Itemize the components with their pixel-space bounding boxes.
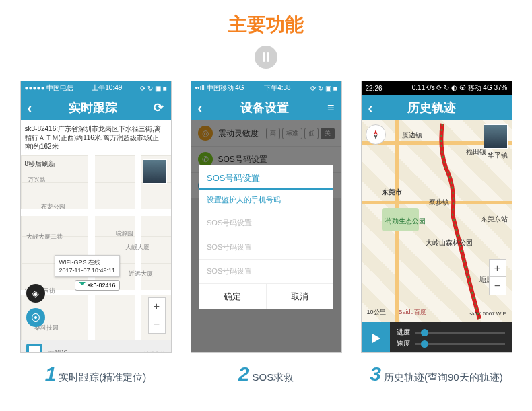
caption-text: 历史轨迹(查询90天的轨迹) [384, 371, 503, 384]
caption-text: 实时跟踪(精准定位) [59, 371, 146, 384]
city-label: 华平镇 [488, 151, 508, 160]
modal-overlay: SOS号码设置 设置监护人的手机号码 SOS号码设置 SOS号码设置 SOS号码… [191, 120, 341, 353]
caption-1: 1 实时跟踪(精准定位) [20, 363, 172, 385]
back-icon[interactable]: ‹ [368, 100, 373, 116]
city-label: 大岭山森林公园 [426, 238, 473, 248]
sos-input-3[interactable]: SOS号码设置 [199, 260, 333, 284]
app-title: 实时跟踪 [69, 100, 117, 116]
map-label: 万兴路 [28, 176, 46, 184]
zoom-out-button[interactable]: − [149, 315, 165, 333]
bottom-bar: 在附近 法律条款 [21, 340, 171, 353]
dialog-subtitle: 设置监护人的手机号码 [199, 190, 333, 211]
phone-3: 22:26 0.11K/s ⟳ ↻ ◐ ⦿ 移动 4G 37% ‹ 历史轨迹 东… [361, 81, 512, 385]
status-icons: ⟳ ↻ ▣ ■ [310, 85, 337, 92]
device-label: sk3-15067 WIF [469, 311, 506, 317]
refresh-text: 8秒后刷新 [25, 159, 56, 169]
address-bar: sk3-82416:广东省深圳市龙岗区下水径三街,离招行ＡＴＭ(正西)约116米… [21, 120, 171, 155]
app-bar: ‹ 历史轨迹 [362, 95, 512, 120]
compass-icon[interactable] [366, 124, 386, 145]
device-pin[interactable]: sk3-82416 [75, 280, 120, 291]
pin-icon [79, 282, 86, 289]
locate-button[interactable]: ⦿ [26, 308, 45, 327]
map-label: 布龙公园 [41, 202, 65, 211]
speed-slider[interactable] [415, 343, 505, 345]
status-bar: 22:26 0.11K/s ⟳ ↻ ◐ ⦿ 移动 4G 37% [362, 81, 512, 95]
phone-1: ●●●●● 中国电信 上午10:49 ⟳ ↻ ▣ ■ ‹ 实时跟踪 ⟳ sk3-… [20, 81, 172, 385]
phone-2: ••ıll 中国移动 4G 下午4:38 ⟳ ↻ ▣ ■ ‹ 设备设置 ≡ ◎ … [191, 81, 342, 385]
status-bar: ●●●●● 中国电信 上午10:49 ⟳ ↻ ▣ ■ [21, 81, 171, 95]
caption-number: 3 [370, 363, 381, 385]
baidu-logo: Baidu百度 [399, 308, 426, 317]
app-bar: ‹ 设备设置 ≡ [191, 95, 341, 120]
city-label: 东莞市 [382, 188, 402, 197]
dialog-title: SOS号码设置 [199, 165, 333, 190]
progress-slider[interactable] [415, 332, 505, 334]
status-right: 0.11K/s ⟳ ↻ ◐ ⦿ 移动 4G 37% [412, 83, 508, 93]
sos-input-2[interactable]: SOS号码设置 [199, 235, 333, 260]
status-time: 22:26 [366, 85, 383, 92]
divider-icon [255, 46, 277, 69]
city-label: 厦边镇 [402, 130, 422, 140]
playback-bar: 进度 速度 [362, 322, 512, 353]
satellite-thumbnail[interactable] [484, 124, 508, 149]
map-label: 近远大厦 [129, 270, 153, 278]
map-label: 瑞源园 [115, 229, 133, 238]
caption-text: SOS求救 [253, 371, 294, 384]
sos-dialog: SOS号码设置 设置监护人的手机号码 SOS号码设置 SOS号码设置 SOS号码… [199, 165, 333, 309]
caption-number: 1 [45, 363, 57, 385]
location-text: 在附近 [48, 349, 68, 353]
speed-label: 速度 [397, 339, 410, 348]
ok-button[interactable]: 确定 [199, 284, 267, 309]
park-label: 苟劲生态公园 [385, 217, 426, 226]
refresh-icon[interactable]: ⟳ [154, 100, 164, 115]
app-bar: ‹ 实时跟踪 ⟳ [21, 95, 171, 120]
zoom-control: + − [148, 297, 166, 334]
city-label: 福田镇 [466, 147, 486, 157]
phones-row: ●●●●● 中国电信 上午10:49 ⟳ ↻ ▣ ■ ‹ 实时跟踪 ⟳ sk3-… [0, 81, 532, 385]
caption-number: 2 [238, 363, 250, 385]
status-bar: ••ıll 中国移动 4G 下午4:38 ⟳ ↻ ▣ ■ [191, 81, 341, 95]
menu-icon[interactable]: ≡ [327, 101, 335, 115]
cancel-button[interactable]: 取消 [267, 284, 334, 309]
scale-label: 10公里 [367, 308, 386, 317]
map-label: 大靓大厦二巷 [26, 233, 63, 241]
zoom-out-button[interactable]: − [490, 277, 506, 295]
satellite-thumbnail[interactable] [143, 159, 167, 184]
settings-body: ◎ 震动灵敏度 高 标准 低 关 ✆ SOS号码设置 ☎ 中心号码设置 SOS号… [191, 120, 341, 353]
zoom-control: + − [489, 259, 506, 295]
city-label: 寮步镇 [429, 198, 449, 207]
back-icon[interactable]: ‹ [198, 100, 203, 116]
zoom-in-button[interactable]: + [149, 298, 165, 315]
device-icon[interactable] [26, 344, 42, 353]
caption-3: 3 历史轨迹(查询90天的轨迹) [361, 363, 512, 385]
caption-2: 2 SOS求救 [191, 363, 342, 385]
sos-input-1[interactable]: SOS号码设置 [199, 211, 333, 235]
map[interactable]: 万兴路 布龙公园 大靓大厦二巷 湖北宝玉街 桑科技园 近远大厦 大靓大厦 瑞源园… [21, 155, 171, 353]
status-time: 上午10:49 [92, 83, 122, 93]
status-icons: ⟳ ↻ ▣ ■ [140, 85, 166, 92]
compass-button[interactable]: ◈ [26, 284, 45, 303]
progress-label: 进度 [397, 328, 410, 337]
city-label: 东莞东站 [481, 215, 508, 224]
app-title: 设备设置 [240, 100, 289, 116]
copyright: 法律条款 [144, 350, 166, 354]
page-title: 主要功能 [0, 0, 532, 38]
map-label: 大靓大厦 [125, 243, 149, 252]
carrier-text: ••ıll 中国移动 4G [195, 83, 244, 93]
device-tooltip: WIFI-GPS 在线 2017-11-07 10:49:11 [55, 255, 121, 277]
play-button[interactable] [362, 322, 390, 353]
track-map[interactable]: 东莞市 厦边镇 福田镇 华平镇 寮步镇 东莞东站 大岭山森林公园 塘厦镇 苟劲生… [362, 120, 512, 322]
status-time: 下午4:38 [264, 83, 290, 93]
carrier-text: ●●●●● 中国电信 [25, 83, 74, 93]
zoom-in-button[interactable]: + [490, 260, 506, 277]
app-title: 历史轨迹 [407, 100, 456, 116]
back-icon[interactable]: ‹ [28, 100, 32, 116]
